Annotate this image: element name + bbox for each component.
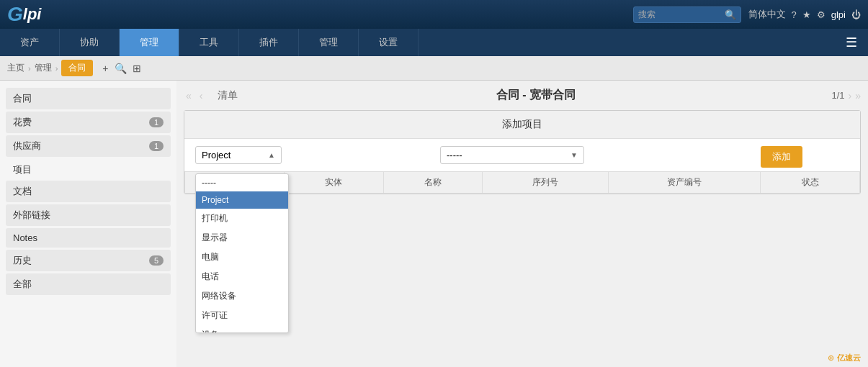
type-dropdown-value: Project: [202, 150, 231, 160]
sidebar-item-all[interactable]: 全部: [6, 273, 171, 295]
list-icon[interactable]: ⊞: [133, 63, 141, 74]
breadcrumb-bar: 主页 › 管理 › 合同 + 🔍 ⊞: [0, 56, 868, 81]
lang-selector[interactable]: 简体中文: [748, 8, 786, 21]
dropdown-option-project[interactable]: Project: [196, 191, 288, 209]
table-header-serial: 序列号: [483, 172, 609, 194]
sidebar-item-cost-badge: 1: [149, 117, 164, 127]
chevron-down-icon: ▼: [571, 151, 578, 159]
dropdown-option-empty[interactable]: -----: [196, 174, 288, 191]
dropdown-option-device[interactable]: 设备: [196, 325, 288, 332]
sidebar-item-history-badge: 5: [149, 255, 164, 266]
logo-lpi: lpi: [23, 5, 42, 24]
breadcrumb-parent[interactable]: 管理: [35, 62, 52, 74]
logo-g: G: [7, 3, 23, 26]
sidebar-item-history-label: 历史: [13, 254, 32, 267]
main-area: 合同 花费 1 供应商 1 项目 文档 外部链接 Notes 历史 5 全部: [0, 81, 868, 367]
sidebar: 合同 花费 1 供应商 1 项目 文档 外部链接 Notes 历史 5 全部: [0, 81, 176, 367]
search-box[interactable]: 🔍: [633, 6, 741, 23]
page-header: « ‹ 清单 合同 - 宽带合同 1/1 › »: [184, 88, 861, 103]
search-input[interactable]: [638, 9, 725, 19]
entity-dropdown[interactable]: ----- ▼: [440, 146, 584, 164]
sidebar-item-supplier-badge: 1: [149, 141, 164, 151]
sidebar-item-contract[interactable]: 合同: [6, 88, 171, 109]
type-dropdown-wrapper: Project ▲ ----- Project 打印机 显示器 电脑 电话 网络…: [195, 146, 282, 164]
search-breadcrumb-icon[interactable]: 🔍: [115, 63, 127, 74]
watermark: ⊕ 亿速云: [828, 353, 861, 363]
sidebar-item-supplier-label: 供应商: [13, 140, 41, 153]
breadcrumb-sep2: ›: [55, 64, 58, 73]
dropdown-scroll[interactable]: ----- Project 打印机 显示器 电脑 电话 网络设备 许可证 设备: [196, 174, 288, 332]
navbar: 资产 协助 管理 工具 插件 管理 设置 ☰: [0, 29, 868, 56]
dropdown-option-network[interactable]: 网络设备: [196, 286, 288, 306]
sidebar-item-external-links-label: 外部链接: [13, 209, 50, 222]
nav-item-manage2[interactable]: 管理: [299, 29, 359, 56]
nav-item-assist[interactable]: 协助: [60, 29, 120, 56]
type-dropdown-list: ----- Project 打印机 显示器 电脑 电话 网络设备 许可证 设备: [195, 173, 289, 333]
dropdown-option-monitor[interactable]: 显示器: [196, 228, 288, 248]
power-icon[interactable]: ⏻: [851, 9, 861, 20]
type-dropdown-btn[interactable]: Project ▲: [195, 146, 282, 164]
add-button[interactable]: 添加: [761, 146, 802, 168]
sidebar-item-history[interactable]: 历史 5: [6, 250, 171, 271]
sidebar-item-document[interactable]: 文档: [6, 181, 171, 202]
hamburger-menu[interactable]: ☰: [835, 29, 868, 56]
add-icon[interactable]: +: [102, 63, 108, 74]
sidebar-item-cost-label: 花费: [13, 116, 32, 129]
table-header-asset: 资产编号: [608, 172, 760, 194]
settings-icon[interactable]: ⚙: [817, 9, 826, 20]
sidebar-item-document-label: 文档: [13, 185, 32, 198]
watermark-text: 亿速云: [837, 353, 861, 363]
sidebar-item-cost[interactable]: 花费 1: [6, 112, 171, 133]
table-header-entity: 实体: [284, 172, 383, 194]
top-icons: 简体中文 ? ★ ⚙ glpi ⏻: [748, 8, 861, 21]
nav-item-assets[interactable]: 资产: [0, 29, 60, 56]
nav-first-btn[interactable]: «: [184, 90, 194, 101]
dropdown-option-license[interactable]: 许可证: [196, 306, 288, 325]
inner-box: 添加项目 Project ▲ ----- Project 打印机 显示器: [184, 110, 861, 194]
topbar: G lpi 🔍 简体中文 ? ★ ⚙ glpi ⏻: [0, 0, 868, 29]
nav-item-manage1[interactable]: 管理: [120, 29, 179, 56]
nav-next-btn[interactable]: ›: [849, 90, 852, 101]
chevron-up-icon: ▲: [268, 151, 275, 159]
sidebar-item-all-label: 全部: [13, 278, 32, 291]
sidebar-item-supplier[interactable]: 供应商 1: [6, 135, 171, 157]
content-area: « ‹ 清单 合同 - 宽带合同 1/1 › » 添加项目 Project ▲: [176, 81, 868, 367]
nav-item-plugins[interactable]: 插件: [239, 29, 299, 56]
page-title: 合同 - 宽带合同: [240, 88, 831, 103]
watermark-icon: ⊕: [828, 353, 834, 363]
dropdown-option-printer[interactable]: 打印机: [196, 209, 288, 228]
search-icon[interactable]: 🔍: [725, 9, 736, 20]
breadcrumb-home[interactable]: 主页: [7, 62, 24, 74]
nav-prev-btn[interactable]: ‹: [197, 90, 205, 101]
table-header-status: 状态: [761, 172, 860, 194]
entity-dropdown-value: -----: [447, 150, 462, 160]
breadcrumb-sep1: ›: [28, 64, 31, 73]
add-item-row: Project ▲ ----- Project 打印机 显示器 电脑 电话 网络…: [184, 139, 860, 171]
nav-last-btn[interactable]: »: [855, 90, 861, 101]
sidebar-section-project: 项目: [6, 159, 171, 181]
page-number: 1/1: [831, 90, 844, 101]
topbar-right: 🔍 简体中文 ? ★ ⚙ glpi ⏻: [633, 6, 861, 23]
add-item-header: 添加项目: [184, 111, 860, 139]
bookmark-icon[interactable]: ★: [802, 9, 811, 20]
help-icon[interactable]: ?: [792, 9, 797, 20]
dropdown-option-phone[interactable]: 电话: [196, 267, 288, 286]
page-nav: « ‹ 清单: [184, 89, 240, 102]
sidebar-item-external-links[interactable]: 外部链接: [6, 204, 171, 226]
breadcrumb-current: 合同: [61, 60, 93, 76]
sidebar-item-contract-label: 合同: [13, 92, 32, 105]
dropdown-option-computer[interactable]: 电脑: [196, 248, 288, 267]
sidebar-item-notes-label: Notes: [13, 232, 37, 243]
nav-item-settings[interactable]: 设置: [359, 29, 419, 56]
list-link[interactable]: 清单: [215, 89, 240, 102]
logo: G lpi: [7, 3, 41, 26]
username[interactable]: glpi: [831, 9, 846, 20]
nav-item-tools[interactable]: 工具: [179, 29, 239, 56]
table-header-name: 名称: [383, 172, 483, 194]
breadcrumb-actions: + 🔍 ⊞: [102, 63, 140, 74]
sidebar-item-notes[interactable]: Notes: [6, 228, 171, 248]
